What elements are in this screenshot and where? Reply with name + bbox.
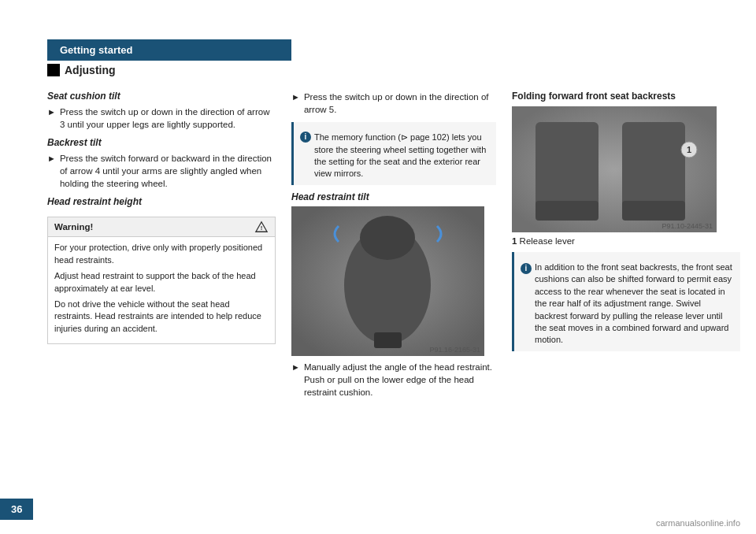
svg-rect-10 — [622, 201, 685, 221]
seat-cushion-tilt-bullet: ► Press the switch up or down in the dir… — [47, 106, 276, 131]
svg-text:1: 1 — [687, 145, 691, 154]
seat-cushion-tilt-title: Seat cushion tilt — [47, 91, 276, 102]
bullet-arrow-2: ► — [47, 153, 56, 190]
svg-rect-9 — [536, 201, 598, 221]
head-restraint-tilt-text: Manually adjust the angle of the head re… — [304, 361, 496, 399]
head-restraint-tilt-title: Head restraint tilt — [291, 191, 496, 202]
front-seat-image: 1 P91.10-2445-31 — [512, 106, 717, 232]
subheading: Adjusting — [47, 64, 756, 76]
backrest-tilt-bullet: ► Press the switch forward or backward i… — [47, 152, 276, 190]
release-lever-text: Release lever — [520, 236, 575, 246]
release-lever-label: 1 Release lever — [512, 236, 740, 246]
front-seat-svg: 1 — [512, 106, 717, 232]
info-icon-memory: i — [300, 132, 311, 143]
release-lever-number: 1 — [512, 236, 517, 246]
warning-box: Warning! ! For your protection, drive on… — [47, 217, 276, 344]
info-text-front-seat: In addition to the front seat backrests,… — [535, 261, 734, 347]
info-row-front-seat: i In addition to the front seat backrest… — [521, 261, 734, 347]
right-column: Folding forward front seat backrests — [512, 91, 740, 403]
head-restraint-svg — [291, 206, 484, 356]
seat-cushion-tilt-text: Press the switch up or down in the direc… — [60, 106, 276, 131]
head-restraint-image: P91.16-2165-31 — [291, 206, 484, 356]
watermark: carmanualsonline.info — [656, 518, 740, 528]
warning-item-1: For your protection, drive only with pro… — [54, 242, 269, 266]
header-title: Getting started — [60, 44, 132, 56]
subheading-text: Adjusting — [65, 64, 116, 76]
svg-point-4 — [360, 216, 415, 260]
head-restraint-height-title: Head restraint height — [47, 196, 276, 207]
middle-column: ► Press the switch up or down in the dir… — [291, 91, 512, 403]
main-content: Seat cushion tilt ► Press the switch up … — [47, 91, 740, 403]
svg-rect-5 — [374, 332, 402, 348]
warning-body: For your protection, drive only with pro… — [48, 237, 275, 343]
svg-text:!: ! — [261, 225, 263, 232]
info-icon-front-seat: i — [521, 263, 532, 274]
info-text-memory: The memory function (⊳ page 102) lets yo… — [314, 132, 490, 180]
header-bar: Getting started — [47, 39, 291, 61]
backrest-tilt-text: Press the switch forward or backward in … — [60, 152, 276, 190]
switch-up-down-bullet: ► Press the switch up or down in the dir… — [291, 91, 496, 116]
bullet-arrow-4: ► — [291, 362, 300, 399]
warning-label: Warning! — [54, 222, 93, 232]
warning-item-2: Adjust head restraint to support the bac… — [54, 270, 269, 295]
warning-item-3: Do not drive the vehicle without the sea… — [54, 299, 269, 335]
backrest-tilt-title: Backrest tilt — [47, 137, 276, 148]
bullet-arrow-3: ► — [291, 91, 300, 116]
head-restraint-tilt-bullet: ► Manually adjust the angle of the head … — [291, 361, 496, 399]
page-number: 36 — [0, 499, 33, 520]
watermark-text: carmanualsonline.info — [656, 518, 740, 528]
bullet-arrow-1: ► — [47, 106, 56, 131]
info-box-front-seat: i In addition to the front seat backrest… — [512, 252, 740, 351]
front-seat-caption: P91.10-2445-31 — [662, 222, 713, 230]
head-restraint-caption: P91.16-2165-31 — [429, 346, 480, 354]
info-row-memory: i The memory function (⊳ page 102) lets … — [300, 132, 490, 180]
page-number-text: 36 — [11, 503, 22, 515]
switch-up-down-text: Press the switch up or down in the direc… — [304, 91, 496, 116]
warning-triangle-icon: ! — [254, 221, 269, 233]
warning-header: Warning! ! — [48, 217, 275, 237]
left-column: Seat cushion tilt ► Press the switch up … — [47, 91, 291, 403]
folding-title: Folding forward front seat backrests — [512, 91, 740, 102]
black-square-icon — [47, 64, 60, 76]
info-box-memory: i The memory function (⊳ page 102) lets … — [291, 122, 496, 185]
